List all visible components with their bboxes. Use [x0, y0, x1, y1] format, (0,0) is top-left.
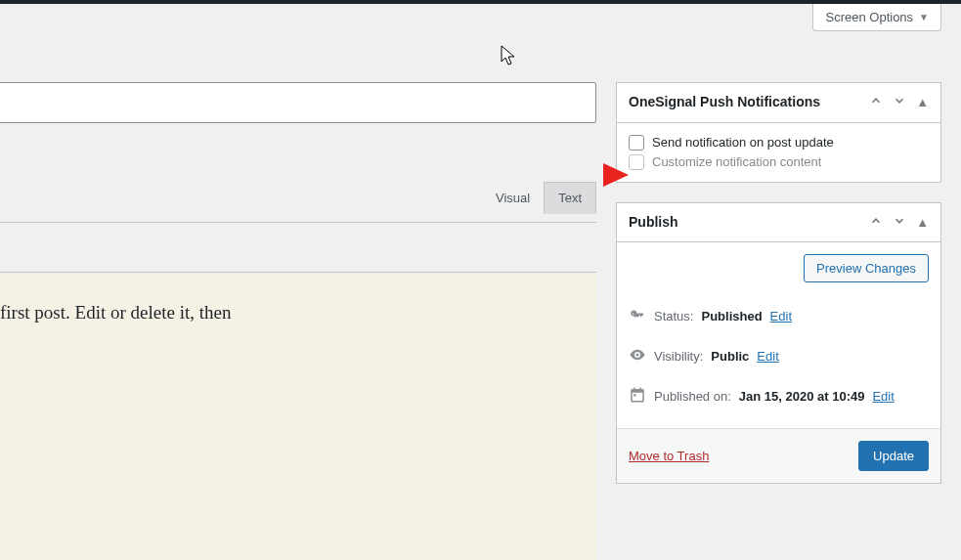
onesignal-header[interactable]: OneSignal Push Notifications ▲: [617, 83, 940, 123]
onesignal-body: Send notification on post update Customi…: [617, 123, 940, 182]
publish-actions: Move to Trash Update: [617, 428, 940, 483]
publish-metabox: Publish ▲ Preview Changes: [616, 202, 941, 485]
move-down-icon[interactable]: [893, 94, 906, 110]
visibility-value: Public: [711, 349, 749, 364]
editor-mode-tabs: Visual Text: [0, 182, 596, 214]
preview-row: Preview Changes: [629, 254, 929, 282]
eye-icon: [629, 346, 646, 366]
editor-toolbar: [0, 223, 596, 272]
toggle-icon[interactable]: ▲: [916, 215, 929, 230]
onesignal-title: OneSignal Push Notifications: [629, 93, 820, 112]
screen-options-label: Screen Options: [825, 10, 913, 24]
move-to-trash-button[interactable]: Move to Trash: [629, 449, 709, 463]
content-column: Visual Text first post. Edit or delete i…: [0, 82, 596, 560]
onesignal-customize-label: Customize notification content: [652, 154, 821, 169]
update-button[interactable]: Update: [858, 441, 929, 471]
post-content-text: first post. Edit or delete it, then: [0, 302, 231, 323]
onesignal-send-label: Send notification on post update: [652, 135, 834, 150]
post-title-input[interactable]: [0, 82, 596, 123]
status-row: Status: Published Edit: [629, 296, 929, 336]
screen-options-toggle[interactable]: Screen Options ▼: [812, 4, 941, 31]
tab-text[interactable]: Text: [544, 182, 596, 214]
edit-date-button[interactable]: Edit: [872, 389, 894, 404]
move-up-icon[interactable]: [869, 94, 883, 110]
move-up-icon[interactable]: [869, 214, 883, 231]
onesignal-customize-option[interactable]: Customize notification content: [629, 152, 929, 172]
preview-changes-button[interactable]: Preview Changes: [804, 254, 929, 282]
chevron-down-icon: ▼: [919, 12, 929, 22]
metabox-controls: ▲: [869, 214, 929, 231]
publish-body: Preview Changes Status: Published Edit V…: [617, 242, 940, 428]
visibility-label: Visibility:: [654, 349, 703, 364]
publish-header[interactable]: Publish ▲: [617, 203, 940, 243]
edit-visibility-button[interactable]: Edit: [757, 349, 778, 364]
move-down-icon[interactable]: [893, 214, 906, 231]
onesignal-metabox: OneSignal Push Notifications ▲ Send noti…: [616, 82, 941, 183]
status-label: Status:: [654, 309, 693, 323]
onesignal-send-checkbox[interactable]: [629, 135, 644, 151]
onesignal-send-option[interactable]: Send notification on post update: [629, 133, 929, 152]
edit-status-button[interactable]: Edit: [770, 309, 792, 323]
publish-title: Publish: [629, 213, 678, 233]
onesignal-customize-checkbox[interactable]: [629, 154, 644, 170]
visibility-row: Visibility: Public Edit: [629, 336, 929, 376]
key-icon: [629, 306, 646, 326]
mouse-cursor-icon: [501, 45, 518, 66]
published-on-value: Jan 15, 2020 at 10:49: [739, 389, 865, 404]
published-on-row: Published on: Jan 15, 2020 at 10:49 Edit: [629, 376, 929, 416]
tab-visual[interactable]: Visual: [481, 182, 544, 214]
published-on-label: Published on:: [654, 389, 731, 404]
calendar-icon: [629, 386, 646, 407]
toggle-icon[interactable]: ▲: [916, 95, 929, 109]
status-value: Published: [701, 309, 762, 323]
post-content-editor[interactable]: first post. Edit or delete it, then: [0, 272, 596, 560]
editor-layout: Visual Text first post. Edit or delete i…: [0, 82, 961, 560]
metabox-controls: ▲: [869, 94, 929, 110]
sidebar-column: OneSignal Push Notifications ▲ Send noti…: [616, 82, 941, 560]
